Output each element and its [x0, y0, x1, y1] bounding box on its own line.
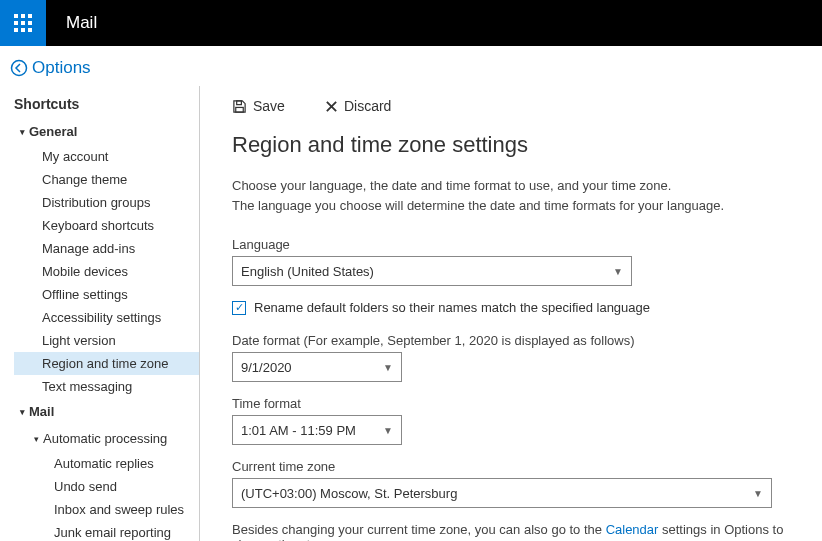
svg-rect-7 — [21, 28, 25, 32]
calendar-link[interactable]: Calendar — [606, 522, 659, 537]
svg-rect-2 — [28, 14, 32, 18]
settings-content: Save Discard Region and time zone settin… — [200, 86, 822, 541]
sidebar-item-light-version[interactable]: Light version — [42, 329, 199, 352]
back-to-options[interactable]: Options — [0, 46, 822, 86]
sidebar-item-offline-settings[interactable]: Offline settings — [42, 283, 199, 306]
sidebar-item-manage-add-ins[interactable]: Manage add-ins — [42, 237, 199, 260]
chevron-down-icon: ▼ — [753, 488, 763, 499]
save-label: Save — [253, 98, 285, 114]
svg-rect-11 — [236, 107, 244, 112]
sidebar-item-mobile-devices[interactable]: Mobile devices — [42, 260, 199, 283]
footer-pre: Besides changing your current time zone,… — [232, 522, 606, 537]
chevron-down-icon: ▼ — [613, 266, 623, 277]
discard-label: Discard — [344, 98, 391, 114]
time-format-select[interactable]: 1:01 AM - 11:59 PM ▼ — [232, 415, 402, 445]
sidebar-item-automatic-replies[interactable]: Automatic replies — [54, 452, 199, 475]
page-title: Region and time zone settings — [232, 132, 822, 158]
app-title: Mail — [66, 13, 97, 33]
page-description: Choose your language, the date and time … — [232, 176, 822, 215]
timezone-select[interactable]: (UTC+03:00) Moscow, St. Petersburg ▼ — [232, 478, 772, 508]
sidebar-section-shortcuts[interactable]: Shortcuts — [14, 90, 199, 118]
back-arrow-icon — [10, 59, 28, 77]
desc-line-2: The language you choose will determine t… — [232, 198, 724, 213]
sidebar-item-distribution-groups[interactable]: Distribution groups — [42, 191, 199, 214]
options-label: Options — [32, 58, 91, 78]
time-format-label: Time format — [232, 396, 822, 411]
sidebar-item-undo-send[interactable]: Undo send — [54, 475, 199, 498]
sidebar-item-my-account[interactable]: My account — [42, 145, 199, 168]
sidebar-item-inbox-and-sweep-rules[interactable]: Inbox and sweep rules — [54, 498, 199, 521]
svg-rect-8 — [28, 28, 32, 32]
footer-text: Besides changing your current time zone,… — [232, 522, 822, 541]
svg-rect-5 — [28, 21, 32, 25]
discard-icon — [325, 100, 338, 113]
sidebar-section-automatic-processing[interactable]: Automatic processing — [34, 425, 199, 452]
sidebar-item-junk-email-reporting[interactable]: Junk email reporting — [54, 521, 199, 541]
language-select[interactable]: English (United States) ▼ — [232, 256, 632, 286]
save-button[interactable]: Save — [232, 98, 285, 114]
chevron-down-icon: ▼ — [383, 425, 393, 436]
svg-rect-3 — [14, 21, 18, 25]
svg-rect-1 — [21, 14, 25, 18]
rename-folders-checkbox[interactable]: ✓ Rename default folders so their names … — [232, 300, 822, 315]
date-format-label: Date format (For example, September 1, 2… — [232, 333, 822, 348]
top-bar: Mail — [0, 0, 822, 46]
timezone-label: Current time zone — [232, 459, 822, 474]
toolbar: Save Discard — [232, 98, 822, 114]
desc-line-1: Choose your language, the date and time … — [232, 178, 671, 193]
svg-rect-4 — [21, 21, 25, 25]
time-format-value: 1:01 AM - 11:59 PM — [241, 423, 356, 438]
sidebar-item-change-theme[interactable]: Change theme — [42, 168, 199, 191]
discard-button[interactable]: Discard — [325, 98, 391, 114]
svg-rect-6 — [14, 28, 18, 32]
sidebar-section-general[interactable]: General — [20, 118, 199, 145]
sidebar-item-keyboard-shortcuts[interactable]: Keyboard shortcuts — [42, 214, 199, 237]
svg-point-9 — [12, 61, 27, 76]
svg-rect-0 — [14, 14, 18, 18]
date-format-select[interactable]: 9/1/2020 ▼ — [232, 352, 402, 382]
sidebar-item-accessibility-settings[interactable]: Accessibility settings — [42, 306, 199, 329]
language-value: English (United States) — [241, 264, 374, 279]
timezone-value: (UTC+03:00) Moscow, St. Petersburg — [241, 486, 457, 501]
date-format-value: 9/1/2020 — [241, 360, 292, 375]
svg-rect-10 — [237, 100, 242, 104]
sidebar-section-mail[interactable]: Mail — [20, 398, 199, 425]
app-launcher-button[interactable] — [0, 0, 46, 46]
save-icon — [232, 99, 247, 114]
chevron-down-icon: ▼ — [383, 362, 393, 373]
options-sidebar: Shortcuts General My accountChange theme… — [0, 86, 200, 541]
checkbox-checked-icon: ✓ — [232, 301, 246, 315]
rename-folders-label: Rename default folders so their names ma… — [254, 300, 650, 315]
waffle-icon — [14, 14, 32, 32]
sidebar-item-region-and-time-zone[interactable]: Region and time zone — [14, 352, 199, 375]
sidebar-item-text-messaging[interactable]: Text messaging — [42, 375, 199, 398]
language-label: Language — [232, 237, 822, 252]
